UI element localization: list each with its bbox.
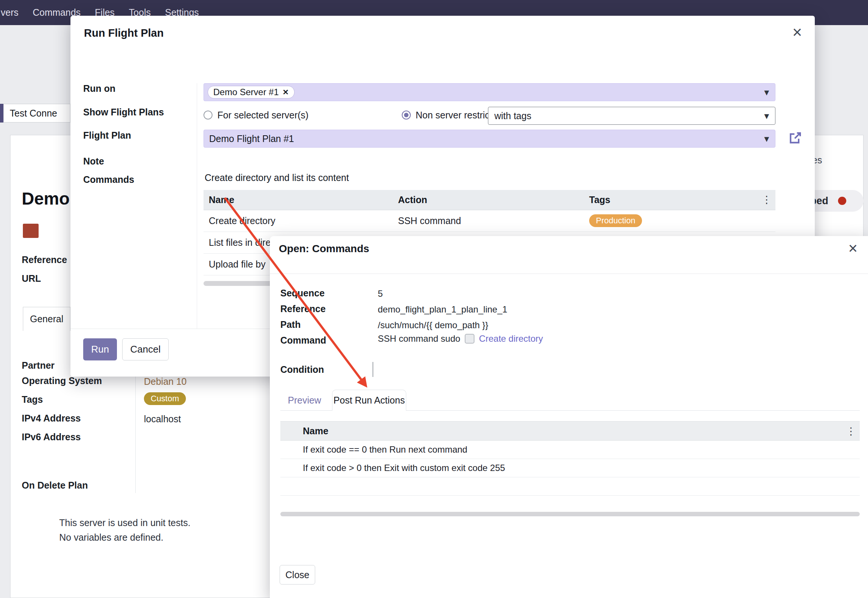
- flight-plan-select[interactable]: Demo Flight Plan #1 ▾: [204, 130, 775, 148]
- table-header-row: Name ⋮: [280, 421, 860, 441]
- cancel-button-label: Cancel: [130, 344, 161, 355]
- server-tag-label: Demo Server #1: [213, 87, 279, 97]
- row-name: Create directory: [209, 215, 275, 226]
- tags-custom-badge[interactable]: Custom: [144, 392, 186, 405]
- column-header-name[interactable]: Name: [209, 194, 234, 205]
- reference-value: demo_flight_plan_1_plan_line_1: [378, 304, 507, 315]
- radio-non-server-restricted[interactable]: [402, 111, 411, 120]
- field-divider: [135, 358, 136, 493]
- tab-post-run-actions[interactable]: Post Run Actions: [332, 390, 406, 411]
- action-row-text: If exit code == 0 then Run next command: [303, 444, 467, 455]
- path-label: Path: [280, 319, 301, 330]
- create-directory-link[interactable]: Create directory: [479, 333, 543, 344]
- operating-system-value[interactable]: Debian 10: [144, 376, 187, 387]
- note-label: Note: [83, 156, 104, 167]
- reference-label: Reference: [280, 303, 326, 314]
- run-on-label: Run on: [83, 83, 115, 94]
- with-tags-value: with tags: [494, 111, 531, 121]
- radio-for-selected-servers-label[interactable]: For selected server(s): [217, 110, 308, 121]
- chevron-down-icon[interactable]: ▾: [764, 87, 769, 98]
- color-swatch[interactable]: [23, 224, 39, 238]
- command-value: SSH command sudo: [378, 333, 460, 344]
- tags-label: Tags: [22, 394, 43, 405]
- ipv6-label: IPv6 Address: [22, 432, 81, 443]
- column-header-name[interactable]: Name: [303, 426, 328, 437]
- reference-label: Reference: [22, 254, 67, 265]
- radio-for-selected-servers[interactable]: [204, 111, 213, 120]
- url-label: URL: [22, 273, 41, 284]
- flight-plan-label: Flight Plan: [83, 130, 131, 141]
- unit-test-note-line2: No variables are defined.: [59, 532, 163, 543]
- remove-tag-icon[interactable]: ✕: [283, 88, 289, 97]
- close-button-label: Close: [286, 570, 310, 580]
- external-link-icon[interactable]: [789, 131, 802, 145]
- header-divider: [270, 274, 868, 274]
- command-value-row: SSH command sudo Create directory: [378, 333, 543, 344]
- tab-general-label: General: [30, 314, 63, 324]
- test-connection-label: Test Conne: [10, 108, 57, 119]
- table-header-row: Name Action Tags ⋮: [204, 190, 775, 210]
- cancel-button[interactable]: Cancel: [122, 338, 169, 360]
- with-tags-select[interactable]: with tags ▾: [488, 107, 775, 125]
- close-button[interactable]: Close: [280, 565, 315, 585]
- table-row[interactable]: Create directory SSH command Production: [204, 210, 775, 232]
- tab-preview[interactable]: Preview: [288, 395, 321, 406]
- dialog-title: Run Flight Plan: [84, 27, 164, 39]
- server-tag-chip[interactable]: Demo Server #1 ✕: [208, 86, 295, 99]
- label-column-divider: [197, 83, 197, 329]
- column-header-action[interactable]: Action: [398, 194, 427, 205]
- on-delete-plan-label: On Delete Plan: [22, 480, 88, 491]
- tab-post-run-actions-label: Post Run Actions: [334, 395, 405, 406]
- tab-general[interactable]: General: [23, 307, 70, 331]
- commands-label: Commands: [83, 174, 134, 185]
- post-run-actions-table: Name ⋮ If exit code == 0 then Run next c…: [280, 421, 860, 496]
- command-label: Command: [280, 335, 326, 346]
- close-icon[interactable]: ×: [848, 241, 858, 256]
- chevron-down-icon[interactable]: ▾: [764, 133, 769, 145]
- kebab-menu-icon[interactable]: ⋮: [762, 194, 772, 206]
- sequence-value: 5: [378, 289, 383, 299]
- table-row[interactable]: If exit code > 0 then Exit with custom e…: [280, 459, 860, 477]
- unit-test-note-line1: This server is used in unit tests.: [59, 517, 190, 528]
- show-flight-plans-label: Show Flight Plans: [83, 107, 164, 118]
- test-connection-button[interactable]: Test Conne: [3, 104, 70, 123]
- open-commands-dialog: Open: Commands × Sequence 5 Reference de…: [270, 236, 868, 598]
- run-button-label: Run: [91, 344, 109, 355]
- sequence-label: Sequence: [280, 288, 325, 299]
- table-row-empty[interactable]: [280, 477, 860, 496]
- run-button[interactable]: Run: [83, 338, 117, 360]
- ipv4-label: IPv4 Address: [22, 413, 81, 424]
- status-dot-icon: [838, 197, 846, 205]
- action-row-text: If exit code > 0 then Exit with custom e…: [303, 463, 505, 473]
- row-action: SSH command: [398, 215, 461, 226]
- ipv4-value: localhost: [144, 414, 181, 425]
- row-name: Upload file by: [209, 259, 265, 270]
- dialog-title: Open: Commands: [279, 243, 369, 255]
- row-tag-badge: Production: [589, 214, 642, 227]
- condition-field-tick[interactable]: [373, 362, 373, 377]
- command-checkbox[interactable]: [465, 334, 474, 344]
- page-title: Demo: [22, 188, 70, 209]
- chevron-down-icon[interactable]: ▾: [764, 110, 769, 122]
- horizontal-scrollbar[interactable]: [280, 512, 860, 516]
- note-value: Create directory and list its content: [205, 172, 349, 183]
- operating-system-label: Operating System: [22, 375, 102, 386]
- button-sliver: [0, 104, 3, 123]
- run-on-server-field[interactable]: Demo Server #1 ✕ ▾: [204, 83, 775, 101]
- path-value: /such/much/{{ demo_path }}: [378, 320, 488, 330]
- kebab-menu-icon[interactable]: ⋮: [846, 425, 856, 437]
- nav-item-servers[interactable]: vers: [1, 7, 18, 18]
- condition-label: Condition: [280, 364, 324, 375]
- column-header-tags[interactable]: Tags: [589, 194, 611, 205]
- partner-label: Partner: [22, 360, 55, 371]
- flight-plan-value: Demo Flight Plan #1: [209, 133, 294, 144]
- close-icon[interactable]: ×: [792, 24, 802, 40]
- table-row[interactable]: If exit code == 0 then Run next command: [280, 441, 860, 459]
